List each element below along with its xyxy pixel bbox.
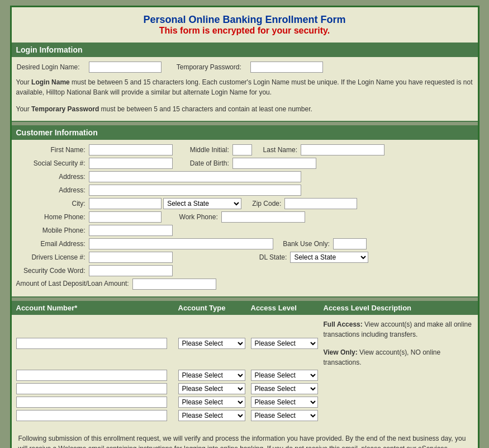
deposit-label: Amount of Last Deposit/Loan Amount: bbox=[16, 280, 132, 289]
form-subtitle: This form is encrypted for your security… bbox=[17, 26, 472, 36]
form-header: Personal Online Banking Enrollment Form … bbox=[12, 7, 478, 43]
first-name-label: First Name: bbox=[16, 146, 89, 154]
customer-section-body: First Name: Middle Initial: Last Name: S… bbox=[12, 140, 478, 298]
zip-input[interactable] bbox=[284, 198, 357, 209]
login-info2: Your Temporary Password must be between … bbox=[16, 104, 473, 114]
state-select[interactable]: Select a State AlabamaAlaskaArizona Arka… bbox=[163, 198, 241, 209]
name-row: First Name: Middle Initial: Last Name: bbox=[16, 144, 473, 155]
account-number-input-1[interactable] bbox=[16, 338, 167, 349]
dob-input[interactable] bbox=[232, 158, 316, 169]
dl-state-select[interactable]: Select a State AlabamaAlaskaArizona Arka… bbox=[290, 252, 368, 263]
form-container: Personal Online Banking Enrollment Form … bbox=[10, 6, 479, 448]
email-label: Email Address: bbox=[16, 240, 89, 248]
zip-label: Zip Code: bbox=[245, 200, 284, 208]
last-name-input[interactable] bbox=[301, 144, 384, 155]
login-section-body: Desired Login Name: Temporary Password: … bbox=[12, 57, 478, 122]
temp-password-label: Temporary Password: bbox=[177, 63, 245, 71]
account-number-input-2[interactable] bbox=[16, 370, 167, 381]
col-access-header: Access Level bbox=[251, 304, 324, 312]
accounts-body: Please Select Checking Savings Loan Plea… bbox=[12, 315, 478, 428]
account-access-select-5[interactable]: Please Select Full AccessView Only bbox=[251, 410, 318, 421]
email-input[interactable] bbox=[89, 238, 273, 249]
account-row-1: Please Select Checking Savings Loan Plea… bbox=[16, 319, 473, 367]
accounts-section-header: Account Number* Account Type Access Leve… bbox=[12, 301, 478, 315]
address1-label: Address: bbox=[16, 173, 89, 181]
account-type-select-1[interactable]: Please Select Checking Savings Loan bbox=[178, 338, 245, 349]
middle-initial-input[interactable] bbox=[232, 144, 252, 155]
city-label: City: bbox=[16, 200, 89, 208]
account-row-2: Please Select CheckingSavingsLoan Please… bbox=[16, 370, 473, 381]
footer-para1: Following submission of this enrollment … bbox=[18, 433, 471, 448]
account-access-select-2[interactable]: Please Select Full AccessView Only bbox=[251, 370, 318, 381]
bank-use-input[interactable] bbox=[333, 238, 367, 249]
city-input[interactable] bbox=[89, 198, 162, 209]
account-number-input-3[interactable] bbox=[16, 383, 167, 394]
col-account-header: Account Number* bbox=[16, 304, 178, 312]
login-info1: Your Login Name must be between 5 and 15… bbox=[16, 77, 473, 97]
account-row-4: Please Select CheckingSavingsLoan Please… bbox=[16, 397, 473, 408]
home-phone-input[interactable] bbox=[89, 211, 162, 223]
dl-row: Drivers License #: DL State: Select a St… bbox=[16, 252, 473, 263]
address1-row: Address: bbox=[16, 171, 473, 182]
account-type-1: Please Select Checking Savings Loan bbox=[178, 338, 251, 349]
desired-login-label: Desired Login Name: bbox=[16, 63, 83, 71]
account-access-select-4[interactable]: Please Select Full AccessView Only bbox=[251, 397, 318, 408]
desired-login-input[interactable] bbox=[89, 62, 162, 73]
login-section-header: Login Information bbox=[12, 43, 478, 57]
mobile-row: Mobile Phone: bbox=[16, 225, 473, 236]
phone-row: Home Phone: Work Phone: bbox=[16, 211, 473, 223]
address2-label: Address: bbox=[16, 186, 89, 194]
work-phone-input[interactable] bbox=[221, 211, 305, 223]
last-name-label: Last Name: bbox=[256, 146, 301, 154]
account-type-select-4[interactable]: Please Select CheckingSavingsLoan bbox=[178, 397, 245, 408]
security-code-row: Security Code Word: bbox=[16, 265, 473, 276]
address1-input[interactable] bbox=[89, 171, 301, 182]
account-type-select-3[interactable]: Please Select CheckingSavingsLoan bbox=[178, 383, 245, 394]
access-desc: Full Access: View account(s) and make al… bbox=[324, 319, 473, 367]
mobile-phone-label: Mobile Phone: bbox=[16, 227, 89, 234]
account-type-select-5[interactable]: Please Select CheckingSavingsLoan bbox=[178, 410, 245, 421]
deposit-row: Amount of Last Deposit/Loan Amount: bbox=[16, 279, 473, 290]
account-number-input-4[interactable] bbox=[16, 397, 167, 408]
dl-input[interactable] bbox=[89, 252, 173, 263]
footer-text: Following submission of this enrollment … bbox=[12, 428, 478, 448]
account-row-3: Please Select CheckingSavingsLoan Please… bbox=[16, 383, 473, 394]
account-row-5: Please Select CheckingSavingsLoan Please… bbox=[16, 410, 473, 421]
col-type-header: Account Type bbox=[178, 304, 251, 312]
login-fields-row: Desired Login Name: Temporary Password: bbox=[16, 62, 473, 73]
ssn-label: Social Security #: bbox=[16, 159, 89, 167]
address2-row: Address: bbox=[16, 185, 473, 196]
account-number-input-5[interactable] bbox=[16, 410, 167, 421]
account-type-select-2[interactable]: Please Select CheckingSavingsLoan bbox=[178, 370, 245, 381]
account-access-select-1[interactable]: Please Select Full Access View Only bbox=[251, 338, 318, 349]
home-phone-label: Home Phone: bbox=[16, 213, 89, 221]
account-access-select-3[interactable]: Please Select Full AccessView Only bbox=[251, 383, 318, 394]
dl-label: Drivers License #: bbox=[16, 253, 89, 261]
bank-use-label: Bank Use Only: bbox=[277, 240, 333, 248]
dob-label: Date of Birth: bbox=[177, 159, 232, 167]
security-code-input[interactable] bbox=[89, 265, 173, 276]
deposit-input[interactable] bbox=[132, 279, 216, 290]
work-phone-label: Work Phone: bbox=[165, 213, 221, 221]
col-desc-header: Access Level Description bbox=[324, 304, 473, 312]
address2-input[interactable] bbox=[89, 185, 301, 196]
ssn-dob-row: Social Security #: Date of Birth: bbox=[16, 158, 473, 169]
first-name-input[interactable] bbox=[89, 144, 173, 155]
mobile-phone-input[interactable] bbox=[89, 225, 173, 236]
ssn-input[interactable] bbox=[89, 158, 173, 169]
security-code-label: Security Code Word: bbox=[16, 267, 89, 275]
form-title: Personal Online Banking Enrollment Form bbox=[17, 14, 472, 26]
email-row: Email Address: Bank Use Only: bbox=[16, 238, 473, 249]
dl-state-label: DL State: bbox=[251, 253, 290, 261]
account-number-1 bbox=[16, 338, 178, 349]
middle-initial-label: Middle Initial: bbox=[177, 146, 232, 154]
account-access-1: Please Select Full Access View Only bbox=[251, 338, 324, 349]
customer-section-header: Customer Information bbox=[12, 125, 478, 140]
temp-password-input[interactable] bbox=[250, 62, 323, 73]
city-state-zip-row: City: Select a State AlabamaAlaskaArizon… bbox=[16, 198, 473, 209]
